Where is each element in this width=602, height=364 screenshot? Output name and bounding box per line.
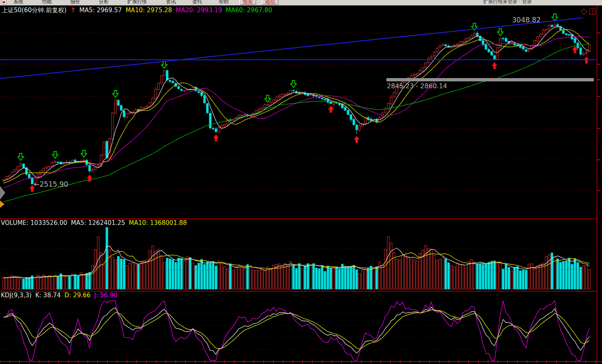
left-edge-gray-flag-icon — [0, 186, 5, 200]
kdj-d-value: D: 29.66 — [64, 292, 90, 299]
left-edge-scroll-arrow-icon[interactable] — [0, 201, 4, 208]
ma10-value: MA10: 2975.28 — [126, 7, 172, 14]
volume-pane-header: VOLUME: 1033526.00MA5: 1262401.25MA10: 1… — [1, 219, 190, 227]
menu-item-2[interactable]: 报价 — [70, 0, 80, 5]
volume-ma10-value: MA10: 1368001.88 — [129, 219, 187, 227]
menu-item-4[interactable]: 扩展行情 — [127, 0, 147, 5]
volume-ma5-value: MA5: 1262401.25 — [71, 219, 125, 227]
support-band-label: 2845.23 - 2860.14 — [387, 82, 447, 90]
marked-low-label: ←2515.90 — [34, 180, 68, 188]
ma20-value: MA20: 2993.19 — [176, 7, 222, 14]
trend-up-icon: ↑ — [70, 6, 76, 14]
volume-value: VOLUME: 1033526.00 — [1, 219, 67, 227]
symbol-title: 上证50(60分钟.前复权) — [2, 7, 67, 14]
split-window-icon[interactable] — [589, 9, 595, 15]
kdj-title: KDJ(9,3,3) — [1, 292, 32, 299]
menu-item-0[interactable]: 系统 — [13, 0, 23, 5]
app-icon — [1, 0, 7, 4]
connection-status[interactable]: 扩展行情未登录 · 登录 — [483, 0, 532, 5]
menu-bar: 扩展行情未登录 · 登录 系统功能报价分析扩展行情资讯委托帮助预测模拟 — [0, 0, 602, 6]
kdj-pane-header: KDJ(9,3,3)K: 38.74D: 29.66J: 56.90 — [1, 292, 121, 299]
menu-item-1[interactable]: 功能 — [42, 0, 52, 5]
kdj-k-value: K: 38.74 — [35, 292, 61, 299]
peak-price-label: 3048.82 — [512, 16, 541, 24]
menu-item-7[interactable]: 帮助 — [219, 0, 229, 5]
menu-item-3[interactable]: 分析 — [99, 0, 109, 5]
menu-item-5[interactable]: 资讯 — [166, 0, 176, 5]
menu-button-0[interactable]: 预测 — [239, 0, 256, 5]
menu-item-6[interactable]: 委托 — [192, 0, 202, 5]
ma60-value: MA60: 2967.80 — [226, 7, 272, 14]
trading-terminal: { "menu": { "items": [ {"label": "系统", "… — [0, 0, 602, 364]
stock-chart-canvas[interactable] — [0, 6, 602, 364]
menu-button-1[interactable]: 模拟 — [262, 0, 279, 5]
ma5-value: MA5: 2969.57 — [79, 7, 122, 14]
main-chart-header: 上证50(60分钟.前复权)↑MA5: 2969.57MA10: 2975.28… — [2, 6, 276, 14]
kdj-j-value: J: 56.90 — [94, 292, 118, 299]
